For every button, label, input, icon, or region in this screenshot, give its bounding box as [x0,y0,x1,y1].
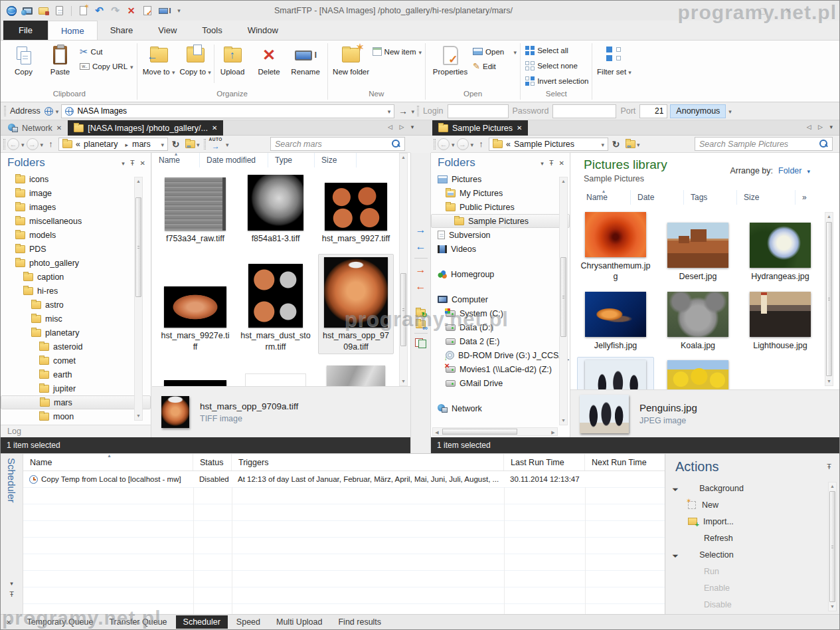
back-button[interactable]: ← [438,138,450,150]
tree-item[interactable]: astro [1,298,151,312]
search-box[interactable] [695,137,833,151]
bottom-tab[interactable]: Temporary Queue [19,615,100,629]
edit-button[interactable]: Edit [473,60,517,72]
tree-item[interactable]: models [1,228,151,242]
delete-icon[interactable]: ✕ [126,5,137,17]
bottom-tab[interactable]: Transfer Queue [102,615,174,629]
file-item[interactable]: hst_mars_dust_storm.tiff [238,254,313,354]
forward-button[interactable]: → [27,138,39,150]
action-item[interactable]: Refresh [673,530,839,546]
panel-menu-icon[interactable] [541,159,544,167]
tree-item[interactable]: misc [1,312,151,326]
file-item[interactable]: hst_mars_opp_9709a.tiff [318,254,394,354]
scheduler-row[interactable]: Copy Temp from Local to [localhost - mw]… [23,471,665,487]
paste-button[interactable]: Paste [42,43,78,86]
file-item[interactable] [238,362,313,386]
breadcrumb-segment[interactable]: mars [121,140,150,149]
tree-item[interactable]: icons [1,172,151,186]
arrange-by[interactable]: Arrange by: Folder [730,166,810,175]
forward-caret-icon[interactable] [471,140,474,149]
panel-close-icon[interactable] [6,617,11,627]
tree-item[interactable]: hi-res [1,284,151,298]
tree-item[interactable]: jupiter [1,381,151,395]
tree-item[interactable]: System (C:) [431,306,570,320]
tree-item[interactable]: Data (D:) [431,320,570,334]
tree-item[interactable]: mars [1,395,151,409]
forward-button[interactable]: → [457,138,469,150]
tree-item[interactable]: Data 2 (E:) [431,334,570,348]
tree-item[interactable]: moon [1,409,151,423]
right-list-scrollbar[interactable]: ▲▼ [825,212,833,386]
ribbon-tab[interactable]: Share [98,21,146,40]
breadcrumb-segment[interactable]: Sample Pictures [514,140,574,149]
port-input[interactable] [643,106,663,116]
tree-item[interactable]: comet [1,354,151,368]
file-item[interactable]: Desert.jpg [659,209,736,284]
file-item[interactable]: Jellyfish.jpg [577,288,654,353]
ribbon-tab[interactable]: File [3,21,48,40]
file-item[interactable]: f753a34_raw.tiff [157,171,233,246]
column-header-size[interactable]: Size [737,190,796,205]
login-field[interactable] [448,104,509,118]
tree-item[interactable]: Videos [431,242,570,256]
file-item[interactable] [577,357,654,389]
action-item[interactable]: Selection [673,546,839,563]
search-box[interactable] [270,137,405,151]
ribbon-tab[interactable]: Home [48,21,98,40]
tree-item[interactable]: BD-ROM Drive (G:) J_CCSA_ [431,348,570,362]
refresh-button[interactable] [610,138,622,150]
ribbon-tab[interactable]: Tools [189,21,234,40]
forward-caret-icon[interactable] [41,140,44,149]
file-item[interactable]: Chrysanthemum.jpg [577,209,654,284]
copy-to-button[interactable]: Copy to [177,43,214,86]
panel-pin-icon[interactable] [9,590,14,598]
tree-item[interactable]: earth [1,368,151,381]
tree-scrollbar[interactable]: ▲▼ [559,177,568,425]
search-input[interactable] [699,140,819,149]
tab-close-icon[interactable]: ✕ [212,124,217,132]
right-tab-scroll-arrows[interactable]: ◁ ▷ ▾ [807,124,835,130]
address-caret-icon[interactable] [56,106,59,116]
breadcrumb[interactable]: « planetarymars [58,138,168,151]
ribbon-tab[interactable]: View [145,21,189,40]
panel-pin-icon[interactable] [130,159,135,167]
anonymous-caret-icon[interactable] [728,106,732,116]
select-all-button[interactable]: Select all [525,45,588,56]
password-field[interactable] [552,104,616,118]
file-item[interactable] [157,362,233,386]
bottom-tab[interactable]: Find results [331,615,388,629]
window-controls[interactable]: ‒ ▢ ✕ [736,6,799,15]
new-file-icon[interactable] [78,5,89,17]
tab-close-icon[interactable]: ✕ [517,124,522,132]
tree-item[interactable]: Public Pictures [431,200,570,214]
tree-item[interactable]: My Pictures [431,186,570,200]
log-panel-header[interactable]: Log [1,425,151,437]
action-item[interactable]: Import... [673,513,839,530]
quick-access-caret-icon[interactable] [173,5,185,17]
tree-item[interactable]: GMail Drive [431,376,570,390]
password-input[interactable] [556,106,612,116]
tree-item[interactable]: asteroid [1,340,151,354]
panel-close-icon[interactable] [559,159,564,167]
file-item[interactable]: Lighthouse.jpg [742,288,819,353]
column-header-date-modified[interactable]: Date modified [200,153,268,167]
breadcrumb-caret-icon[interactable] [602,140,605,149]
upload-button[interactable]: ↑Upload [214,43,251,86]
tree-scrollbar[interactable]: ▲▼ [134,177,143,421]
ribbon-tab[interactable]: Window [235,21,291,40]
file-item[interactable]: Koala.jpg [659,288,736,353]
scheduler-column-next-run[interactable]: Next Run Time [585,454,665,471]
scheduler-column-last-run[interactable]: Last Run Time [504,454,585,471]
tree-item[interactable]: Movies1 (\\LaCie-d2) (Z:) [431,362,570,376]
tree-item[interactable]: PDS [1,242,151,256]
address-field-caret-icon[interactable] [388,106,391,116]
remote-browser-icon[interactable] [22,5,33,17]
back-caret-icon[interactable] [452,140,455,149]
anonymous-toggle[interactable]: Anonymous [670,104,726,118]
left-list-scrollbar[interactable]: ▲▼ [399,153,408,386]
properties-button[interactable]: Properties [429,43,471,86]
move-to-button[interactable]: ←Move to [141,43,177,86]
login-input[interactable] [452,106,505,116]
column-header-date[interactable]: Date [631,190,684,205]
delete-button[interactable]: Delete [251,43,288,86]
